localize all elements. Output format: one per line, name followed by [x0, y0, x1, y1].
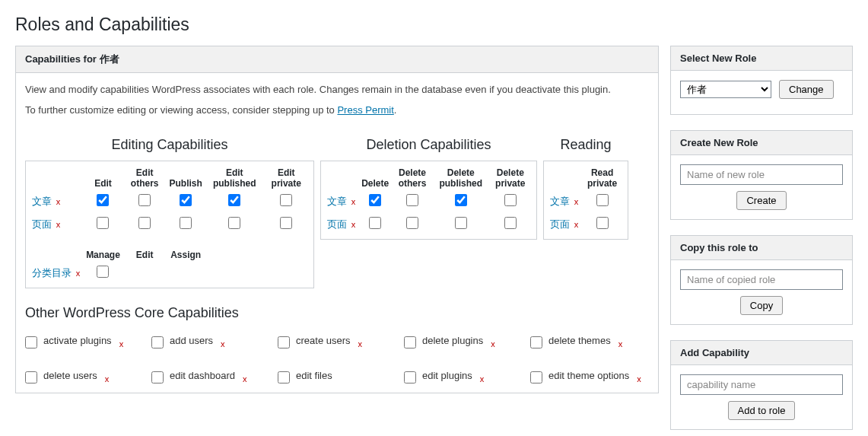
core-cap-label: edit theme options [548, 370, 629, 381]
remove-cap-x[interactable]: x [105, 374, 110, 383]
delete-posts-cb[interactable] [369, 194, 381, 206]
other-core-title: Other WordPress Core Capabilities [25, 305, 649, 321]
core-cap-label: delete users [43, 370, 97, 381]
add-capability-title: Add Capability [671, 341, 852, 365]
copy-role-button[interactable]: Copy [740, 296, 783, 315]
manage-categories-cb[interactable] [97, 266, 109, 278]
core-cap-label: delete themes [548, 335, 611, 346]
capabilities-box-title: Capabilities for 作者 [16, 46, 658, 73]
core-cap-checkbox[interactable] [530, 371, 542, 383]
edit-pages-cb[interactable] [97, 217, 109, 229]
remove-cap-x[interactable]: x [637, 374, 641, 383]
select-role-box: Select New Role 作者 Change [670, 46, 853, 115]
select-role-title: Select New Role [671, 46, 852, 71]
add-capability-box: Add Capability Add to role [670, 340, 853, 430]
description-line1: View and modify capabilities WordPress a… [25, 82, 649, 98]
edit-private-pages-cb[interactable] [280, 217, 292, 229]
publish-posts-cb[interactable] [180, 194, 192, 206]
core-cap-label: add users [170, 335, 213, 346]
publish-pages-cb[interactable] [180, 217, 192, 229]
core-cap-item: add usersx [151, 335, 270, 348]
edit-others-pages-cb[interactable] [138, 217, 151, 229]
delete-private-posts-cb[interactable] [504, 194, 517, 206]
delete-private-pages-cb[interactable] [504, 217, 517, 229]
core-cap-item: create usersx [278, 335, 396, 348]
edit-private-posts-cb[interactable] [280, 194, 292, 206]
reading-row-posts[interactable]: 文章 [550, 196, 570, 207]
core-cap-label: edit files [296, 370, 332, 381]
core-cap-item: delete usersx [25, 370, 144, 383]
core-cap-checkbox[interactable] [151, 371, 164, 383]
core-cap-label: edit dashboard [170, 370, 235, 381]
core-cap-checkbox[interactable] [278, 336, 290, 348]
delete-published-pages-cb[interactable] [455, 217, 467, 229]
core-cap-label: activate plugins [43, 335, 112, 346]
core-cap-item: delete pluginsx [404, 335, 523, 348]
deletion-table: Delete Delete others Delete published De… [326, 164, 532, 236]
core-cap-item: edit pluginsx [404, 370, 523, 383]
core-cap-checkbox[interactable] [151, 336, 164, 348]
deletion-title: Deletion Capabilities [320, 132, 537, 161]
editing-row-posts[interactable]: 文章 [32, 196, 52, 207]
remove-cap-x[interactable]: x [491, 339, 495, 348]
core-cap-checkbox[interactable] [278, 371, 290, 383]
copy-role-title: Copy this role to [671, 236, 852, 260]
create-role-title: Create New Role [671, 131, 852, 155]
core-cap-item: delete themesx [530, 335, 649, 348]
add-capability-input[interactable] [680, 374, 843, 395]
deletion-row-posts[interactable]: 文章 [327, 196, 347, 207]
core-cap-item: edit files [278, 370, 396, 383]
remove-cap-x[interactable]: x [618, 339, 623, 348]
edit-others-posts-cb[interactable] [138, 194, 151, 206]
editing-table: Edit Edit others Publish Edit published … [30, 164, 309, 285]
core-cap-label: delete plugins [422, 335, 483, 346]
core-cap-item: edit dashboardx [151, 370, 270, 383]
core-cap-checkbox[interactable] [530, 336, 542, 348]
remove-cap-x[interactable]: x [358, 339, 363, 348]
edit-posts-cb[interactable] [97, 194, 109, 206]
copy-role-box: Copy this role to Copy [670, 235, 853, 325]
core-cap-item: edit theme optionsx [530, 370, 649, 383]
delete-pages-cb[interactable] [369, 217, 381, 229]
copy-role-input[interactable] [680, 269, 843, 290]
role-select[interactable]: 作者 [680, 81, 771, 98]
page-title: Roles and Capabilities [15, 8, 853, 38]
remove-cap-x[interactable]: x [119, 339, 124, 348]
create-role-button[interactable]: Create [736, 191, 786, 210]
description-line2: To further customize editing or viewing … [25, 103, 649, 119]
core-cap-label: create users [296, 335, 351, 346]
core-cap-label: edit plugins [422, 370, 472, 381]
core-cap-checkbox[interactable] [404, 371, 416, 383]
remove-cap-x[interactable]: x [221, 339, 225, 348]
create-role-box: Create New Role Create [670, 130, 853, 220]
reading-table: Read private 文章 x 页面 x [548, 164, 623, 236]
read-private-posts-cb[interactable] [596, 194, 609, 206]
remove-cap-x[interactable]: x [243, 374, 247, 383]
delete-published-posts-cb[interactable] [455, 194, 467, 206]
reading-title: Reading [543, 132, 628, 161]
press-permit-link[interactable]: Press Permit [337, 104, 393, 116]
read-private-pages-cb[interactable] [596, 217, 609, 229]
reading-row-pages[interactable]: 页面 [550, 218, 570, 230]
core-cap-checkbox[interactable] [25, 371, 37, 383]
delete-others-pages-cb[interactable] [406, 217, 418, 229]
deletion-row-pages[interactable]: 页面 [327, 218, 347, 230]
editing-row-categories[interactable]: 分类目录 [32, 267, 72, 278]
delete-others-posts-cb[interactable] [406, 194, 418, 206]
edit-published-posts-cb[interactable] [228, 194, 240, 206]
capabilities-box: Capabilities for 作者 View and modify capa… [15, 46, 659, 393]
editing-title: Editing Capabilities [25, 132, 314, 161]
remove-cap-x[interactable]: x [480, 374, 485, 383]
edit-published-pages-cb[interactable] [228, 217, 240, 229]
editing-row-pages[interactable]: 页面 [32, 218, 52, 230]
core-cap-checkbox[interactable] [25, 336, 37, 348]
core-cap-checkbox[interactable] [404, 336, 416, 348]
create-role-input[interactable] [680, 164, 843, 185]
add-capability-button[interactable]: Add to role [728, 401, 796, 420]
core-cap-item: activate pluginsx [25, 335, 144, 348]
change-role-button[interactable]: Change [779, 80, 834, 99]
